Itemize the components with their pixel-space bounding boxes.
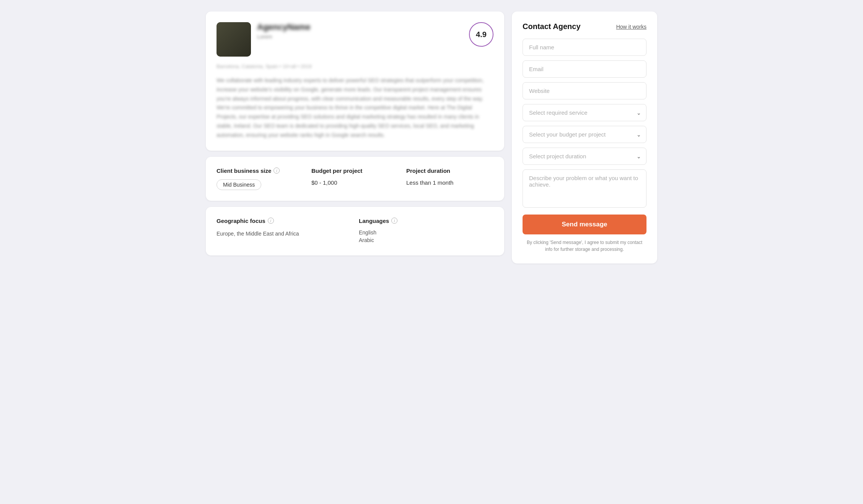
contact-header: Contact Agency How it works <box>523 22 646 31</box>
budget-select-wrapper: Select your budget per project $0 - 1,00… <box>523 126 646 143</box>
agency-description: We collaborate with leading industry exp… <box>217 76 493 140</box>
geo-grid: Geographic focus i Europe, the Middle Ea… <box>217 218 493 245</box>
send-message-button[interactable]: Send message <box>523 215 646 234</box>
budget-item: Budget per project $0 - 1,000 <box>311 167 399 190</box>
contact-card: Contact Agency How it works Select requi… <box>512 11 657 263</box>
service-select-wrapper: Select required service SEO PPC Social M… <box>523 104 646 121</box>
client-business-size-item: Client business size i Mid Business <box>217 167 304 190</box>
agency-tagline: Lorem <box>257 34 493 40</box>
business-size-value: Mid Business <box>217 179 304 190</box>
duration-select[interactable]: Select project duration Less than 1 mont… <box>523 148 646 165</box>
right-column: Contact Agency How it works Select requi… <box>512 11 657 263</box>
full-name-input[interactable] <box>523 39 646 56</box>
duration-select-wrapper: Select project duration Less than 1 mont… <box>523 148 646 165</box>
geographic-card: Geographic focus i Europe, the Middle Ea… <box>206 207 504 255</box>
geo-focus-title: Geographic focus i <box>217 218 351 224</box>
service-select[interactable]: Select required service SEO PPC Social M… <box>523 104 646 121</box>
info-icon-geo: i <box>268 218 274 224</box>
rating-badge: 4.9 <box>469 22 493 47</box>
languages-list: English Arabic <box>359 229 493 243</box>
website-input[interactable] <box>523 82 646 99</box>
agency-meta: Barcelona, Catalonia, Spain • 10+all • 2… <box>217 63 493 69</box>
left-column: AgencyName Lorem 4.9 Barcelona, Cataloni… <box>206 11 504 263</box>
agency-name: AgencyName <box>257 22 493 32</box>
contact-title: Contact Agency <box>523 22 581 31</box>
duration-item: Project duration Less than 1 month <box>406 167 493 190</box>
agency-logo <box>217 22 251 57</box>
stats-card: Client business size i Mid Business Budg… <box>206 157 504 201</box>
email-input[interactable] <box>523 60 646 78</box>
agency-info: AgencyName Lorem <box>257 22 493 40</box>
budget-select[interactable]: Select your budget per project $0 - 1,00… <box>523 126 646 143</box>
page-wrapper: AgencyName Lorem 4.9 Barcelona, Cataloni… <box>202 8 661 267</box>
problem-textarea[interactable] <box>523 169 646 208</box>
agency-header: AgencyName Lorem 4.9 <box>217 22 493 57</box>
info-icon-lang: i <box>391 218 397 224</box>
client-business-size-label: Client business size i <box>217 167 304 174</box>
agency-logo-image <box>217 22 251 57</box>
budget-value: $0 - 1,000 <box>311 179 399 186</box>
geo-focus-value: Europe, the Middle East and Africa <box>217 229 351 238</box>
consent-text: By clicking 'Send message', I agree to s… <box>523 239 646 253</box>
stats-grid: Client business size i Mid Business Budg… <box>217 167 493 190</box>
duration-value: Less than 1 month <box>406 179 493 186</box>
geographic-focus-section: Geographic focus i Europe, the Middle Ea… <box>217 218 351 245</box>
languages-section: Languages i English Arabic <box>359 218 493 245</box>
languages-title: Languages i <box>359 218 493 224</box>
info-icon-business: i <box>274 167 280 174</box>
how-it-works-link[interactable]: How it works <box>616 24 646 30</box>
duration-label: Project duration <box>406 167 493 174</box>
language-arabic: Arabic <box>359 237 493 243</box>
budget-label: Budget per project <box>311 167 399 174</box>
rating-number: 4.9 <box>476 30 487 39</box>
language-english: English <box>359 229 493 236</box>
agency-profile-card: AgencyName Lorem 4.9 Barcelona, Cataloni… <box>206 11 504 151</box>
